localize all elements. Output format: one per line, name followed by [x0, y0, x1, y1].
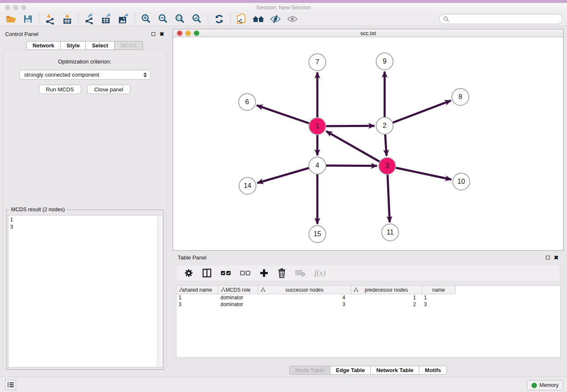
- table-row[interactable]: 3 dominator 3 2 3: [176, 301, 560, 308]
- graph-node-10[interactable]: 10: [452, 173, 470, 190]
- tab-select[interactable]: Select: [86, 41, 114, 50]
- table-toolbar: f(x): [176, 265, 560, 281]
- graph-node-14[interactable]: 14: [239, 177, 256, 195]
- eye-icon: [286, 14, 298, 24]
- cell-successor-nodes[interactable]: 4: [258, 294, 351, 301]
- control-panel-tabs: Network Style Select MCDS: [0, 41, 169, 50]
- table-settings-button[interactable]: [184, 268, 193, 278]
- column-header-predecessor-nodes[interactable]: predecessor nodes: [351, 286, 422, 294]
- close-table-panel-icon[interactable]: ✖: [554, 255, 559, 260]
- export-image-icon: [118, 14, 129, 25]
- control-panel-title: Control Panel: [5, 31, 39, 37]
- zoom-fit-button[interactable]: [173, 13, 187, 25]
- network-window-title: scc.txt: [173, 30, 563, 36]
- cell-shared-name[interactable]: 3: [176, 301, 218, 308]
- mcds-result-text[interactable]: 1 3: [8, 215, 163, 367]
- zoom-fit-icon: [174, 14, 185, 25]
- birds-eye-view-button[interactable]: [286, 13, 299, 25]
- cell-successor-nodes[interactable]: 3: [258, 301, 351, 308]
- gear-icon: [184, 268, 193, 278]
- home-button[interactable]: [252, 13, 265, 25]
- delete-column-button[interactable]: [277, 268, 286, 278]
- export-table-button[interactable]: [100, 13, 113, 25]
- column-header-successor-nodes[interactable]: successor nodes: [258, 286, 351, 294]
- search-input[interactable]: [451, 15, 562, 23]
- open-session-button[interactable]: [4, 13, 18, 25]
- home-icon: [252, 14, 265, 24]
- close-panel-button[interactable]: Close panel: [87, 85, 131, 94]
- cell-predecessor-nodes[interactable]: 2: [351, 301, 422, 308]
- cell-name[interactable]: 1: [422, 294, 456, 301]
- zoom-out-button[interactable]: [156, 13, 170, 25]
- open-folder-icon: [6, 14, 17, 24]
- network-close-button[interactable]: ×: [177, 30, 182, 36]
- result-scrollbar[interactable]: [157, 215, 162, 367]
- graph-node-4[interactable]: 4: [308, 157, 326, 174]
- tab-node-table[interactable]: Node Table: [289, 366, 330, 375]
- export-table-icon: [101, 14, 113, 25]
- cell-mcds-role[interactable]: dominator: [218, 301, 258, 308]
- tab-network[interactable]: Network: [26, 41, 61, 50]
- toggle-graphics-details-button[interactable]: [269, 13, 282, 25]
- cell-mcds-role[interactable]: dominator: [218, 294, 258, 301]
- deselect-all-button[interactable]: [240, 270, 251, 276]
- delete-table-icon: [295, 269, 306, 277]
- search-icon: [443, 16, 449, 22]
- graph-node-11[interactable]: 11: [381, 224, 399, 241]
- clone-network-button[interactable]: [235, 13, 248, 25]
- save-session-button[interactable]: [21, 13, 35, 25]
- optimization-criterion-select[interactable]: strongly connected component: [19, 70, 151, 80]
- refresh-view-button[interactable]: [212, 13, 226, 25]
- task-history-button[interactable]: [5, 380, 16, 390]
- import-network-button[interactable]: [44, 13, 57, 25]
- graph-nodes-layer: 7968124314101511: [173, 37, 563, 250]
- table-row[interactable]: 1 dominator 4 1 1: [176, 294, 560, 301]
- graph-node-9[interactable]: 9: [376, 52, 394, 70]
- export-image-button[interactable]: [117, 13, 130, 25]
- column-header-mcds-role[interactable]: MCDS role: [218, 286, 258, 294]
- graph-node-8[interactable]: 8: [451, 88, 469, 106]
- memory-button[interactable]: Memory: [527, 380, 563, 390]
- search-box[interactable]: [439, 14, 563, 24]
- create-column-button[interactable]: [259, 268, 269, 278]
- run-mcds-button[interactable]: Run MCDS: [39, 85, 81, 94]
- tab-motifs[interactable]: Motifs: [419, 366, 447, 375]
- import-table-button[interactable]: [61, 13, 74, 25]
- node-table: shared name MCDS role successor nodes pr…: [176, 285, 561, 358]
- graph-node-1[interactable]: 1: [308, 117, 326, 135]
- network-maximize-button[interactable]: +: [194, 30, 199, 36]
- graph-node-7[interactable]: 7: [308, 53, 326, 71]
- select-all-button[interactable]: [220, 270, 231, 276]
- tab-network-table[interactable]: Network Table: [371, 366, 419, 375]
- column-header-shared-name[interactable]: shared name: [176, 286, 218, 294]
- column-type-icon: [179, 287, 184, 292]
- eye-slash-icon: [270, 14, 281, 24]
- trash-icon: [277, 268, 286, 278]
- graph-node-15[interactable]: 15: [308, 225, 326, 243]
- tab-mcds[interactable]: MCDS: [115, 41, 143, 50]
- graph-node-2[interactable]: 2: [376, 117, 394, 135]
- network-minimize-button[interactable]: –: [185, 30, 191, 36]
- control-panel: Control Panel ✖ Network Style Select MCD…: [0, 29, 169, 373]
- column-header-name[interactable]: name: [422, 286, 456, 294]
- cell-shared-name[interactable]: 1: [176, 294, 218, 301]
- tab-edge-table[interactable]: Edge Table: [330, 366, 371, 375]
- columns-icon: [202, 268, 212, 278]
- zoom-in-button[interactable]: [139, 13, 153, 25]
- graph-node-6[interactable]: 6: [238, 93, 256, 111]
- float-panel-icon[interactable]: [151, 32, 155, 36]
- column-type-icon: [221, 287, 226, 292]
- export-network-button[interactable]: [83, 13, 96, 25]
- zoom-selected-button[interactable]: [190, 13, 204, 25]
- float-table-panel-icon[interactable]: [546, 256, 550, 259]
- cell-name[interactable]: 3: [422, 301, 456, 308]
- cell-predecessor-nodes[interactable]: 1: [351, 294, 422, 301]
- network-window-titlebar[interactable]: scc.txt × – +: [173, 29, 563, 37]
- zoom-out-icon: [157, 14, 168, 25]
- graph-node-3[interactable]: 3: [378, 157, 396, 175]
- close-panel-icon[interactable]: ✖: [160, 31, 164, 37]
- network-canvas[interactable]: 7968124314101511: [173, 37, 563, 250]
- tab-style[interactable]: Style: [61, 41, 86, 50]
- zoom-selected-icon: [191, 14, 202, 25]
- show-columns-button[interactable]: [202, 268, 212, 278]
